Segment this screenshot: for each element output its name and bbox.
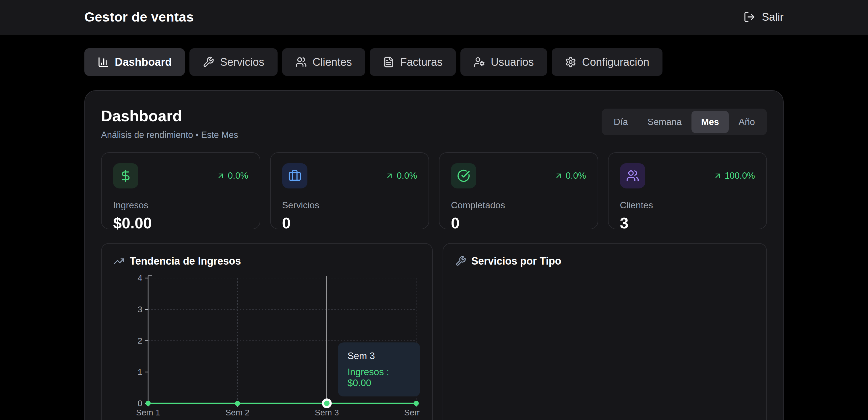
trend-badge: 0.0% xyxy=(554,171,586,181)
period-ano[interactable]: Año xyxy=(729,111,765,133)
period-dia[interactable]: Día xyxy=(604,111,638,133)
stat-label: Completados xyxy=(451,200,586,211)
tab-dashboard[interactable]: Dashboard xyxy=(84,48,185,76)
trend-value: 0.0% xyxy=(228,171,248,181)
arrow-up-right-icon xyxy=(216,171,225,180)
users-icon xyxy=(620,163,645,189)
tab-configuracion[interactable]: Configuración xyxy=(552,48,662,76)
trend-badge: 0.0% xyxy=(216,171,248,181)
user-gear-icon xyxy=(474,56,485,68)
stat-value: 3 xyxy=(620,214,755,232)
tab-label: Usuarios xyxy=(491,56,534,68)
stat-card-clientes: 100.0% Clientes 3 xyxy=(608,152,767,229)
page-heading-block: Dashboard Análisis de rendimiento • Este… xyxy=(101,107,238,140)
page-title: Dashboard xyxy=(101,107,238,125)
file-text-icon xyxy=(383,56,394,68)
svg-text:Sem 4: Sem 4 xyxy=(404,408,420,417)
topbar-inner: Gestor de ventas Salir xyxy=(84,0,784,34)
svg-text:Sem 1: Sem 1 xyxy=(136,408,160,417)
chart-title: Tendencia de Ingresos xyxy=(130,255,241,267)
stat-label: Clientes xyxy=(620,200,755,211)
page-subtitle: Análisis de rendimiento • Este Mes xyxy=(101,130,238,140)
tab-servicios[interactable]: Servicios xyxy=(189,48,277,76)
stats-grid: 0.0% Ingresos $0.00 0.0% xyxy=(101,152,767,229)
panel-header: Dashboard Análisis de rendimiento • Este… xyxy=(101,107,767,140)
svg-text:2: 2 xyxy=(137,336,143,345)
charts-grid: Tendencia de Ingresos 01234Sem 1Sem 2Sem… xyxy=(101,243,767,420)
revenue-trend-panel: Tendencia de Ingresos 01234Sem 1Sem 2Sem… xyxy=(101,243,433,420)
trend-value: 0.0% xyxy=(397,171,417,181)
topbar: Gestor de ventas Salir xyxy=(0,0,868,34)
stat-value: 0 xyxy=(282,214,417,232)
svg-text:0: 0 xyxy=(137,398,143,408)
services-by-type-panel: Servicios por Tipo xyxy=(443,243,767,420)
check-circle-icon xyxy=(451,163,476,189)
gear-icon xyxy=(565,56,577,68)
period-selector: Día Semana Mes Año xyxy=(601,109,767,135)
arrow-up-right-icon xyxy=(713,171,722,180)
tab-usuarios[interactable]: Usuarios xyxy=(460,48,547,76)
svg-text:1: 1 xyxy=(137,367,143,376)
trend-value: 0.0% xyxy=(566,171,586,181)
stat-card-ingresos: 0.0% Ingresos $0.00 xyxy=(101,152,260,229)
svg-text:Sem 2: Sem 2 xyxy=(225,408,249,417)
tooltip-category: Sem 3 xyxy=(348,351,410,361)
tooltip-value: Ingresos : $0.00 xyxy=(348,367,410,388)
trending-up-icon xyxy=(114,256,125,267)
trend-value: 100.0% xyxy=(725,171,755,181)
tab-label: Facturas xyxy=(400,56,443,68)
wrench-icon xyxy=(203,56,214,68)
main-nav: Dashboard Servicios Clientes Facturas Us… xyxy=(84,48,784,76)
dollar-icon xyxy=(113,163,138,189)
briefcase-icon xyxy=(282,163,307,189)
trend-badge: 0.0% xyxy=(385,171,417,181)
tab-label: Servicios xyxy=(220,56,264,68)
revenue-chart[interactable]: 01234Sem 1Sem 2Sem 3Sem 4 Sem 3 Ingresos… xyxy=(114,274,420,418)
logout-icon xyxy=(743,11,755,23)
stat-value: $0.00 xyxy=(113,214,248,232)
svg-text:3: 3 xyxy=(137,305,143,314)
stat-value: 0 xyxy=(451,214,586,232)
arrow-up-right-icon xyxy=(385,171,394,180)
tab-label: Configuración xyxy=(582,56,649,68)
period-mes[interactable]: Mes xyxy=(691,111,729,133)
app-title: Gestor de ventas xyxy=(84,9,194,25)
arrow-up-right-icon xyxy=(554,171,563,180)
stat-card-servicios: 0.0% Servicios 0 xyxy=(270,152,429,229)
tab-label: Clientes xyxy=(313,56,352,68)
logout-button[interactable]: Salir xyxy=(743,11,784,23)
logout-label: Salir xyxy=(762,11,784,23)
main-content: Dashboard Servicios Clientes Facturas Us… xyxy=(0,48,868,420)
period-semana[interactable]: Semana xyxy=(638,111,691,133)
users-icon xyxy=(296,56,307,68)
stat-label: Ingresos xyxy=(113,200,248,211)
dashboard-panel: Dashboard Análisis de rendimiento • Este… xyxy=(84,90,784,420)
wrench-icon xyxy=(455,256,466,267)
svg-text:4: 4 xyxy=(137,274,143,283)
svg-text:Sem 3: Sem 3 xyxy=(315,408,339,417)
chart-tooltip: Sem 3 Ingresos : $0.00 xyxy=(338,342,420,396)
stat-card-completados: 0.0% Completados 0 xyxy=(439,152,598,229)
tab-label: Dashboard xyxy=(115,56,172,68)
tab-facturas[interactable]: Facturas xyxy=(370,48,456,76)
chart-title: Servicios por Tipo xyxy=(471,255,561,267)
stat-label: Servicios xyxy=(282,200,417,211)
trend-badge: 100.0% xyxy=(713,171,755,181)
bar-chart-icon xyxy=(98,56,109,68)
tab-clientes[interactable]: Clientes xyxy=(282,48,365,76)
